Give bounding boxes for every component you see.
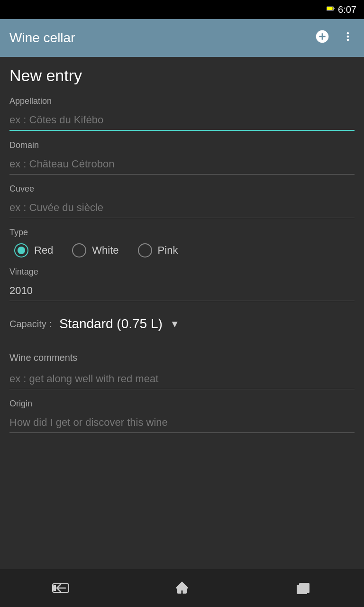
recent-apps-button[interactable] <box>289 574 318 602</box>
radio-white-label: White <box>92 244 118 257</box>
domain-input[interactable] <box>9 154 355 175</box>
dropdown-arrow-icon: ▼ <box>170 319 180 330</box>
cuvee-label: Cuvee <box>9 184 355 194</box>
svg-rect-0 <box>316 9 317 12</box>
wifi-icon <box>302 5 312 14</box>
capacity-section: Capacity : Standard (0.75 L) ▼ <box>9 311 355 337</box>
svg-rect-2 <box>319 6 321 12</box>
svg-rect-3 <box>321 5 323 12</box>
capacity-label: Capacity : <box>9 319 52 330</box>
svg-rect-5 <box>334 8 335 9</box>
home-button[interactable] <box>168 574 196 602</box>
cuvee-group: Cuvee <box>9 184 355 218</box>
status-bar: 6:07 <box>0 0 364 19</box>
vintage-label: Vintage <box>9 267 355 277</box>
page-title: New entry <box>9 66 355 85</box>
radio-red-circle <box>14 243 28 258</box>
signal-icon <box>315 5 324 14</box>
svg-rect-6 <box>327 7 333 10</box>
origin-group: Origin <box>9 399 355 433</box>
bottom-nav <box>0 569 364 607</box>
vintage-section: Vintage <box>9 267 355 301</box>
radio-pink-label: Pink <box>158 244 178 257</box>
radio-pink[interactable]: Pink <box>138 243 178 258</box>
back-button[interactable] <box>46 574 75 602</box>
radio-red[interactable]: Red <box>14 243 53 258</box>
status-icons: 6:07 <box>302 4 356 15</box>
vintage-input[interactable] <box>9 281 355 301</box>
add-circle-icon[interactable] <box>315 29 330 47</box>
type-label: Type <box>9 228 355 238</box>
origin-input[interactable] <box>9 413 355 433</box>
main-content: New entry Appellation Domain Cuvee Type … <box>0 57 364 569</box>
app-bar: Wine cellar <box>0 19 364 57</box>
appellation-group: Appellation <box>9 96 355 131</box>
appellation-input[interactable] <box>9 110 355 131</box>
origin-label: Origin <box>9 399 355 409</box>
radio-group: Red White Pink <box>9 243 355 258</box>
capacity-dropdown[interactable]: Standard (0.75 L) ▼ <box>59 316 180 331</box>
app-bar-actions <box>315 29 355 47</box>
appellation-label: Appellation <box>9 96 355 106</box>
domain-group: Domain <box>9 140 355 175</box>
domain-label: Domain <box>9 140 355 150</box>
cuvee-input[interactable] <box>9 198 355 218</box>
type-section: Type Red White Pink <box>9 228 355 258</box>
status-time: 6:07 <box>338 4 356 15</box>
svg-rect-1 <box>318 8 319 12</box>
radio-white[interactable]: White <box>72 243 118 258</box>
battery-icon <box>327 5 335 14</box>
wine-comments-group: Wine comments <box>9 352 355 389</box>
wine-comments-input[interactable] <box>9 369 355 389</box>
wine-comments-label: Wine comments <box>9 352 355 363</box>
svg-rect-9 <box>297 585 307 594</box>
capacity-value: Standard (0.75 L) <box>59 316 163 331</box>
radio-red-label: Red <box>34 244 53 257</box>
more-vert-icon[interactable] <box>341 30 355 46</box>
radio-white-circle <box>72 243 86 258</box>
radio-pink-circle <box>138 243 152 258</box>
app-bar-title: Wine cellar <box>9 30 315 46</box>
